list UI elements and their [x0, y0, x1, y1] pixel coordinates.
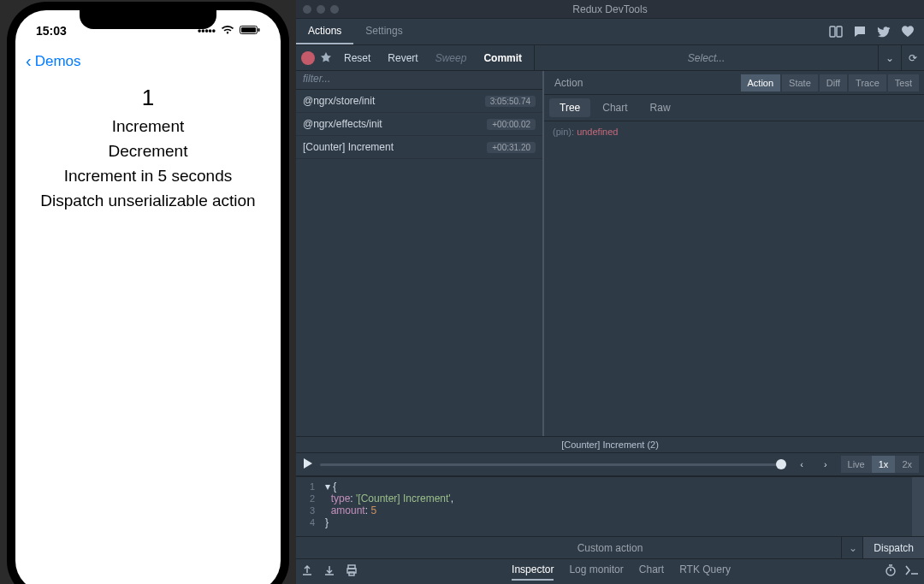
- docs-icon[interactable]: [828, 24, 844, 39]
- svg-rect-7: [349, 572, 354, 575]
- detail-title: Action: [549, 77, 583, 89]
- playbar-action-label: [Counter] Increment (2): [296, 436, 924, 452]
- heart-icon[interactable]: [900, 24, 915, 39]
- view-tab-action[interactable]: Action: [741, 74, 781, 91]
- pin-value: undefined: [577, 127, 618, 137]
- svg-rect-4: [837, 27, 842, 37]
- tab-actions[interactable]: Actions: [296, 19, 353, 44]
- battery-icon: [240, 25, 260, 38]
- action-editor[interactable]: 1 2 3 4 ▾ { type: '[Counter] Increment',…: [296, 476, 924, 536]
- sync-button[interactable]: ⟳: [901, 45, 924, 71]
- svg-rect-1: [241, 27, 256, 32]
- sub-tab-chart[interactable]: Chart: [592, 98, 637, 117]
- view-tab-diff[interactable]: Diff: [820, 74, 847, 91]
- code-area[interactable]: ▾ { type: '[Counter] Increment', amount:…: [320, 477, 459, 536]
- increment-button[interactable]: Increment: [26, 117, 270, 136]
- traffic-light-close[interactable]: [303, 5, 311, 14]
- speed-2x[interactable]: 2x: [895, 456, 919, 473]
- console-icon[interactable]: [905, 564, 919, 579]
- sub-tab-raw[interactable]: Raw: [640, 98, 681, 117]
- print-icon[interactable]: [346, 564, 358, 579]
- filter-input[interactable]: filter...: [296, 71, 542, 90]
- slider-handle[interactable]: [776, 459, 786, 469]
- play-button[interactable]: [301, 457, 313, 472]
- playback-slider[interactable]: [320, 463, 786, 466]
- traffic-light-max[interactable]: [330, 5, 339, 14]
- bottom-tab-inspector[interactable]: Inspector: [512, 563, 554, 581]
- action-timestamp: +00:31.20: [487, 142, 536, 153]
- speed-live[interactable]: Live: [841, 456, 872, 473]
- bottom-tab-rtk[interactable]: RTK Query: [679, 563, 731, 581]
- clock-label: 15:03: [36, 24, 67, 38]
- revert-button[interactable]: Revert: [381, 49, 424, 68]
- export-icon[interactable]: [301, 564, 313, 579]
- action-row[interactable]: @ngrx/effects/init +00:00.02: [296, 113, 542, 136]
- phone-simulator: 15:03 ••••• ‹ Demos: [0, 0, 296, 584]
- import-icon[interactable]: [323, 564, 335, 579]
- action-name: @ngrx/effects/init: [303, 118, 382, 130]
- action-timestamp: +00:00.02: [487, 119, 536, 130]
- devtools-window: Redux DevTools Actions Settings Reset Re…: [296, 0, 924, 584]
- action-name: @ngrx/store/init: [303, 95, 375, 107]
- editor-scrollbar[interactable]: [912, 477, 924, 536]
- line-gutter: 1 2 3 4: [296, 477, 320, 536]
- action-row[interactable]: @ngrx/store/init 3:05:50.74: [296, 90, 542, 113]
- window-title: Redux DevTools: [572, 3, 647, 15]
- decrement-button[interactable]: Decrement: [26, 142, 270, 161]
- chevron-down-icon: ⌄: [849, 542, 857, 554]
- commit-button[interactable]: Commit: [477, 49, 529, 68]
- tab-settings[interactable]: Settings: [353, 19, 414, 44]
- bottom-tab-log[interactable]: Log monitor: [569, 563, 623, 581]
- speed-1x[interactable]: 1x: [872, 456, 896, 473]
- nav-back-label: Demos: [35, 53, 81, 70]
- traffic-light-min[interactable]: [317, 5, 325, 14]
- counter-value: 1: [26, 85, 270, 111]
- view-tab-state[interactable]: State: [782, 74, 818, 91]
- dispatch-button[interactable]: Dispatch: [862, 537, 924, 558]
- action-timestamp: 3:05:50.74: [485, 96, 536, 107]
- twitter-icon[interactable]: [876, 24, 891, 39]
- svg-rect-3: [830, 27, 835, 37]
- custom-action-label: Custom action: [578, 542, 643, 554]
- sub-tab-tree[interactable]: Tree: [549, 98, 590, 117]
- view-tab-trace[interactable]: Trace: [849, 74, 886, 91]
- nav-back-button[interactable]: ‹ Demos: [15, 43, 281, 80]
- sweep-button[interactable]: Sweep: [429, 49, 474, 68]
- step-back-button[interactable]: ‹: [793, 456, 810, 473]
- phone-notch: [80, 10, 216, 29]
- selector-placeholder: Select...: [688, 52, 725, 64]
- increment-delayed-button[interactable]: Increment in 5 seconds: [26, 167, 270, 186]
- window-titlebar: Redux DevTools: [296, 0, 924, 19]
- dispatch-unserializable-button[interactable]: Dispatch unserializable action: [26, 192, 270, 210]
- refresh-icon: ⟳: [909, 52, 917, 64]
- reset-button[interactable]: Reset: [337, 49, 377, 68]
- view-tab-test[interactable]: Test: [888, 74, 919, 91]
- pin-label: (pin):: [553, 127, 574, 137]
- action-name: [Counter] Increment: [303, 141, 394, 153]
- record-icon[interactable]: [301, 51, 315, 65]
- actions-pane: filter... @ngrx/store/init 3:05:50.74 @n…: [296, 71, 544, 436]
- chevron-down-icon: ⌄: [886, 52, 894, 64]
- detail-pane: Action Action State Diff Trace Test Tree…: [544, 71, 924, 436]
- step-forward-button[interactable]: ›: [817, 456, 834, 473]
- chat-icon[interactable]: [852, 24, 868, 39]
- bottom-tab-chart[interactable]: Chart: [639, 563, 664, 581]
- timer-icon[interactable]: [885, 564, 897, 579]
- custom-action-dropdown[interactable]: ⌄: [841, 537, 864, 558]
- tree-view[interactable]: (pin): undefined: [544, 121, 924, 436]
- pin-icon[interactable]: [318, 50, 334, 66]
- svg-rect-2: [258, 28, 260, 32]
- chevron-left-icon: ‹: [26, 51, 32, 71]
- action-row[interactable]: [Counter] Increment +00:31.20: [296, 136, 542, 159]
- wifi-icon: [221, 25, 234, 38]
- selector-caret[interactable]: ⌄: [878, 45, 901, 71]
- instance-selector[interactable]: Select...: [534, 45, 878, 71]
